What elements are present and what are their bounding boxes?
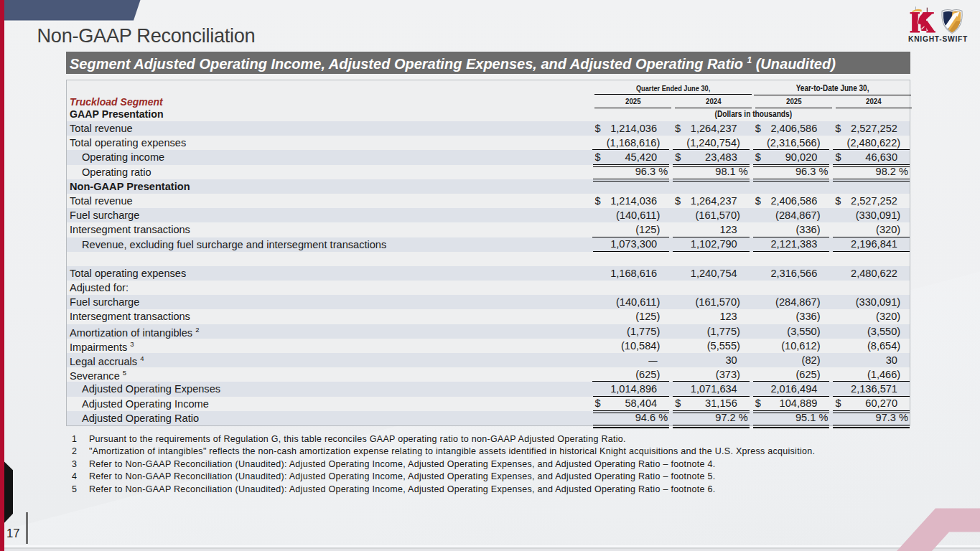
svg-text:KNIGHT-SWIFT: KNIGHT-SWIFT (908, 35, 968, 43)
